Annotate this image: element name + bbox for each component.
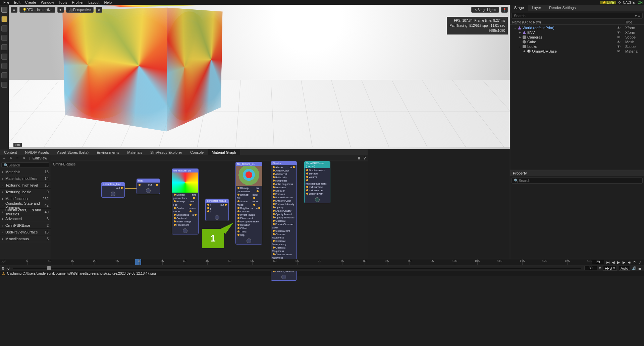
menu-profiler[interactable]: Profiler [70,0,86,4]
vp-camera-select[interactable]: 🎥 Perspective [66,7,94,13]
tab-simready[interactable]: SimReady Explorer [146,149,186,155]
viewport[interactable]: ≡ 💡 RTX – Interactive 👁 🎥 Perspective » … [9,5,510,149]
menu-tools[interactable]: Tools [57,0,69,4]
tl-volume-icon[interactable]: 🔊 [632,266,636,270]
mg-search-input[interactable] [8,163,55,167]
tool-rotate[interactable] [1,35,7,41]
sync-icon[interactable]: ⟳ [618,1,621,4]
tab-matgraph[interactable]: Material Graph [208,149,240,155]
tl-first-icon[interactable]: ⏮ [606,260,610,264]
auto-dropdown[interactable]: Auto [619,266,630,271]
tool-scale[interactable] [1,44,7,50]
tl-loop-icon[interactable]: ↻ [633,260,637,264]
menu-help[interactable]: Help [102,0,114,4]
tool-arrow[interactable] [1,16,7,22]
mg-category[interactable]: ›Miscellaneous5 [0,235,51,242]
gear-icon[interactable] [215,215,219,220]
stage-search-input[interactable] [514,14,635,18]
tree-row[interactable]: - World (defaultPrim) 👁 Xform [511,25,643,30]
tl-prev-icon[interactable]: ◀ [611,260,615,264]
tool-select[interactable] [1,7,7,13]
mg-category[interactable]: ›Texturing, basic9 [0,189,51,195]
mg-category[interactable]: ›Texturing, high level15 [0,182,51,189]
options-icon[interactable]: ≡ [638,14,640,18]
mg-category[interactable]: ›Materials, modifiers14 [0,175,51,182]
node-output[interactable]: OmniPBRBase (output) Displacementsurface… [304,161,330,203]
tree-row[interactable]: + OmniPBRBase 👁 Material [511,49,643,54]
chevron-down-icon[interactable]: ▾ [599,266,601,270]
mg-category[interactable]: ›Constructors, …s and swizzles40 [0,209,51,215]
tab-asset[interactable]: Asset Stores (beta) [53,149,93,155]
slider-handle[interactable] [47,266,51,270]
timeline-frame-b[interactable] [584,266,597,270]
tool-measure[interactable] [1,82,7,88]
tab-materials[interactable]: Materials [123,149,146,155]
vp-stage-lights[interactable]: ☀ Stage Lights [471,7,499,13]
timeline-track[interactable]: 0510152025303540455055606570758085909510… [5,259,590,265]
mg-menu-edit[interactable]: Edit [33,156,37,160]
vp-eye-icon[interactable]: 👁 [57,7,64,13]
tool-snap[interactable] [1,54,7,60]
gear-icon[interactable] [146,188,151,193]
gear-icon[interactable] [183,228,187,233]
tab-content[interactable]: Content [0,149,21,155]
property-search[interactable]: 🔍 [512,178,643,184]
gear-icon[interactable] [111,192,115,196]
mg-category[interactable]: ›OmniPBRBase2 [0,222,51,229]
node-file-texture-01[interactable]: file_texture_01 Bitmap parameterstintBit… [235,162,262,245]
tab-layer[interactable]: Layer [528,5,545,11]
tab-render[interactable]: Render Settings [545,5,580,11]
mg-canvas[interactable]: ⏸ ? OmniPBRBase animation_time out float… [51,155,368,259]
mg-help-icon[interactable]: ? [364,156,366,160]
tl-next-icon[interactable]: ▶ [622,260,626,264]
menu-create[interactable]: Create [23,0,38,4]
vp-hamburger[interactable]: ≡ [11,7,17,13]
fps-dropdown[interactable]: FPS▾ [603,266,617,271]
tree-row[interactable]: + ENV 👁 Xform [511,30,643,35]
tab-console[interactable]: Console [186,149,208,155]
mg-more-icon[interactable]: ⋯ [15,156,19,160]
tl-play-icon[interactable]: ▶ [616,260,621,264]
mg-menu-view[interactable]: View [39,156,43,160]
node-file-texture-02[interactable]: file_texture_02 Bitmap parameterstintBit… [172,168,199,234]
stage-search[interactable]: ▾ ≡ [512,13,643,19]
vp-pin-icon[interactable]: 📍 [501,7,508,13]
node-construct-float3[interactable]: construct_float3 xoutyz [205,199,229,221]
gear-icon[interactable] [247,238,251,243]
menu-edit[interactable]: Edit [12,0,22,4]
tree-row[interactable]: + Cameras 👁 Scope [511,35,643,40]
menu-layout[interactable]: Layout [86,0,101,4]
tool-play[interactable] [1,63,7,69]
tab-stage[interactable]: Stage [510,5,528,11]
gear-icon[interactable] [281,275,286,279]
timeline[interactable]: ✕ 05101520253035404550556065707580859095… [0,259,644,265]
node-float[interactable]: float out [137,179,160,194]
mg-category[interactable]: ›UsdPreviewSurface13 [0,229,51,235]
vp-units[interactable]: cm [13,143,22,147]
mg-category[interactable]: ›Materials15 [0,168,51,175]
timeline-slider[interactable] [13,268,581,269]
tree-row[interactable]: - Looks 👁 Scope [511,44,643,49]
property-search-input[interactable] [519,179,640,183]
gear-icon[interactable] [315,197,320,202]
mg-category[interactable]: ›Advanced6 [0,215,51,222]
tab-env[interactable]: Environments [93,149,123,155]
tl-last-icon[interactable]: ⏭ [627,260,631,264]
mg-pause-icon[interactable]: ⏸ [357,156,361,160]
live-button[interactable]: ⚡ LIVE [600,1,616,4]
mg-add-icon[interactable]: ＋ [2,156,6,161]
tree-row[interactable]: Cube 👁 Mesh [511,40,643,44]
mg-dd-icon[interactable]: ▾ [22,156,26,160]
node-anim-time[interactable]: animation_time out [101,182,125,198]
timeline-frame-a[interactable] [592,260,604,264]
vp-renderer-select[interactable]: 💡 RTX – Interactive [19,7,55,13]
mg-search[interactable]: 🔍 [1,162,49,168]
menu-file[interactable]: File [1,0,11,4]
mg-edit-icon[interactable]: ✎ [9,156,13,160]
tl-expand-icon[interactable]: ⤢ [638,260,642,264]
filter-icon[interactable]: ▾ [635,14,637,18]
tl-settings-icon[interactable]: ☰ [638,266,642,270]
vp-expand-icon[interactable]: » [96,7,102,13]
tab-nvidia[interactable]: NVIDIA Assets [21,149,53,155]
menu-window[interactable]: Window [39,0,56,4]
